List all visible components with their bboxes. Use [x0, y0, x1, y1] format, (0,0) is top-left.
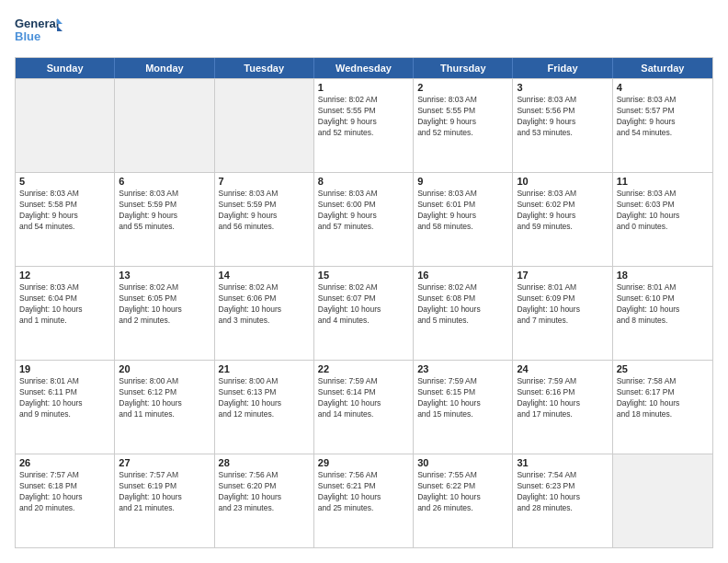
cell-info-line: Sunset: 6:15 PM	[417, 387, 508, 398]
cell-info-line: Daylight: 10 hours	[617, 398, 709, 409]
logo-svg: General Blue	[15, 15, 63, 48]
day-number: 18	[617, 270, 709, 281]
day-number: 23	[417, 363, 508, 374]
cell-info-line: and 23 minutes.	[219, 503, 310, 514]
day-cell-16: 16Sunrise: 8:02 AMSunset: 6:08 PMDayligh…	[414, 267, 513, 360]
day-cell-27: 27Sunrise: 7:57 AMSunset: 6:19 PMDayligh…	[115, 454, 214, 547]
day-cell-31: 31Sunrise: 7:54 AMSunset: 6:23 PMDayligh…	[513, 454, 612, 547]
day-number: 26	[19, 457, 110, 468]
day-cell-15: 15Sunrise: 8:02 AMSunset: 6:07 PMDayligh…	[314, 267, 414, 360]
cell-info-line: Sunrise: 8:03 AM	[617, 95, 709, 106]
cell-info-line: and 5 minutes.	[417, 316, 508, 327]
cell-info-line: Sunrise: 8:02 AM	[318, 282, 409, 293]
cell-info-line: Sunset: 5:56 PM	[517, 106, 608, 117]
cell-info-line: Sunrise: 8:02 AM	[417, 282, 508, 293]
cell-info-line: Sunset: 6:14 PM	[318, 387, 409, 398]
empty-cell-0-2	[215, 79, 314, 172]
day-cell-13: 13Sunrise: 8:02 AMSunset: 6:05 PMDayligh…	[115, 267, 214, 360]
svg-text:General: General	[15, 17, 59, 30]
svg-text:Blue: Blue	[15, 29, 40, 43]
cell-info-line: and 0 minutes.	[617, 222, 709, 233]
empty-cell-4-6	[613, 454, 712, 547]
cell-info-line: Sunset: 6:03 PM	[617, 200, 709, 211]
cell-info-line: Sunrise: 7:57 AM	[19, 470, 110, 481]
cell-info-line: and 57 minutes.	[318, 222, 409, 233]
day-number: 17	[517, 270, 608, 281]
day-number: 7	[219, 176, 310, 187]
day-cell-24: 24Sunrise: 7:59 AMSunset: 6:16 PMDayligh…	[513, 361, 612, 454]
cell-info-line: Daylight: 10 hours	[219, 304, 310, 316]
header-cell-friday: Friday	[513, 58, 612, 78]
day-cell-25: 25Sunrise: 7:58 AMSunset: 6:17 PMDayligh…	[613, 361, 712, 454]
cell-info-line: and 54 minutes.	[617, 128, 709, 139]
cell-info-line: Sunrise: 8:02 AM	[119, 282, 210, 293]
cell-info-line: Sunrise: 8:01 AM	[617, 282, 709, 293]
cell-info-line: Daylight: 9 hours	[318, 117, 409, 128]
day-cell-30: 30Sunrise: 7:55 AMSunset: 6:22 PMDayligh…	[414, 454, 513, 547]
cell-info-line: Sunset: 6:22 PM	[417, 481, 508, 492]
cell-info-line: Sunrise: 8:03 AM	[417, 189, 508, 200]
day-number: 12	[19, 270, 110, 281]
cell-info-line: Daylight: 10 hours	[219, 398, 310, 409]
header-cell-sunday: Sunday	[16, 58, 115, 78]
day-cell-19: 19Sunrise: 8:01 AMSunset: 6:11 PMDayligh…	[16, 361, 115, 454]
cell-info-line: Sunrise: 8:03 AM	[517, 95, 608, 106]
day-number: 16	[417, 270, 508, 281]
cell-info-line: Sunset: 6:23 PM	[517, 481, 608, 492]
cell-info-line: Daylight: 9 hours	[517, 117, 608, 128]
day-number: 25	[617, 363, 709, 374]
cell-info-line: Sunrise: 8:03 AM	[417, 95, 508, 106]
cell-info-line: Sunset: 6:13 PM	[219, 387, 310, 398]
day-cell-17: 17Sunrise: 8:01 AMSunset: 6:09 PMDayligh…	[513, 267, 612, 360]
day-number: 13	[119, 270, 210, 281]
cell-info-line: Sunrise: 7:56 AM	[318, 470, 409, 481]
cell-info-line: Sunrise: 8:02 AM	[318, 95, 409, 106]
cell-info-line: Sunrise: 7:55 AM	[417, 470, 508, 481]
cell-info-line: and 52 minutes.	[318, 128, 409, 139]
cell-info-line: Sunset: 5:58 PM	[19, 200, 110, 211]
day-number: 21	[219, 363, 310, 374]
cell-info-line: and 25 minutes.	[318, 503, 409, 514]
cell-info-line: and 1 minute.	[19, 316, 110, 327]
cell-info-line: Daylight: 10 hours	[119, 398, 210, 409]
cell-info-line: Sunrise: 7:58 AM	[617, 376, 709, 387]
day-number: 22	[318, 363, 409, 374]
day-number: 29	[318, 457, 409, 468]
cell-info-line: Sunset: 5:59 PM	[119, 200, 210, 211]
header-cell-monday: Monday	[115, 58, 214, 78]
cell-info-line: Sunset: 6:16 PM	[517, 387, 608, 398]
cell-info-line: and 28 minutes.	[517, 503, 608, 514]
cell-info-line: Sunrise: 7:57 AM	[119, 470, 210, 481]
cell-info-line: Sunrise: 8:03 AM	[19, 189, 110, 200]
day-number: 8	[318, 176, 409, 187]
day-cell-4: 4Sunrise: 8:03 AMSunset: 5:57 PMDaylight…	[613, 79, 712, 172]
cell-info-line: Sunset: 6:11 PM	[19, 387, 110, 398]
cell-info-line: and 8 minutes.	[617, 316, 709, 327]
day-number: 27	[119, 457, 210, 468]
day-number: 31	[517, 457, 608, 468]
cell-info-line: Sunset: 5:57 PM	[617, 106, 709, 117]
cell-info-line: Sunrise: 7:59 AM	[517, 376, 608, 387]
day-number: 20	[119, 363, 210, 374]
cell-info-line: Daylight: 10 hours	[318, 492, 409, 503]
day-cell-21: 21Sunrise: 8:00 AMSunset: 6:13 PMDayligh…	[215, 361, 314, 454]
cell-info-line: Daylight: 10 hours	[417, 492, 508, 503]
cell-info-line: Daylight: 10 hours	[119, 492, 210, 503]
cell-info-line: Daylight: 9 hours	[417, 211, 508, 222]
cell-info-line: and 15 minutes.	[417, 409, 508, 420]
day-cell-28: 28Sunrise: 7:56 AMSunset: 6:20 PMDayligh…	[215, 454, 314, 547]
cell-info-line: Daylight: 10 hours	[318, 304, 409, 316]
day-number: 3	[517, 82, 608, 93]
day-cell-26: 26Sunrise: 7:57 AMSunset: 6:18 PMDayligh…	[16, 454, 115, 547]
cell-info-line: Daylight: 10 hours	[517, 492, 608, 503]
cell-info-line: and 59 minutes.	[517, 222, 608, 233]
cell-info-line: Sunrise: 8:03 AM	[119, 189, 210, 200]
cell-info-line: Daylight: 10 hours	[517, 304, 608, 316]
cell-info-line: and 4 minutes.	[318, 316, 409, 327]
cell-info-line: and 18 minutes.	[617, 409, 709, 420]
cell-info-line: Daylight: 10 hours	[19, 398, 110, 409]
cell-info-line: Sunset: 6:02 PM	[517, 200, 608, 211]
day-cell-2: 2Sunrise: 8:03 AMSunset: 5:55 PMDaylight…	[414, 79, 513, 172]
day-cell-6: 6Sunrise: 8:03 AMSunset: 5:59 PMDaylight…	[115, 173, 214, 266]
cell-info-line: and 14 minutes.	[318, 409, 409, 420]
